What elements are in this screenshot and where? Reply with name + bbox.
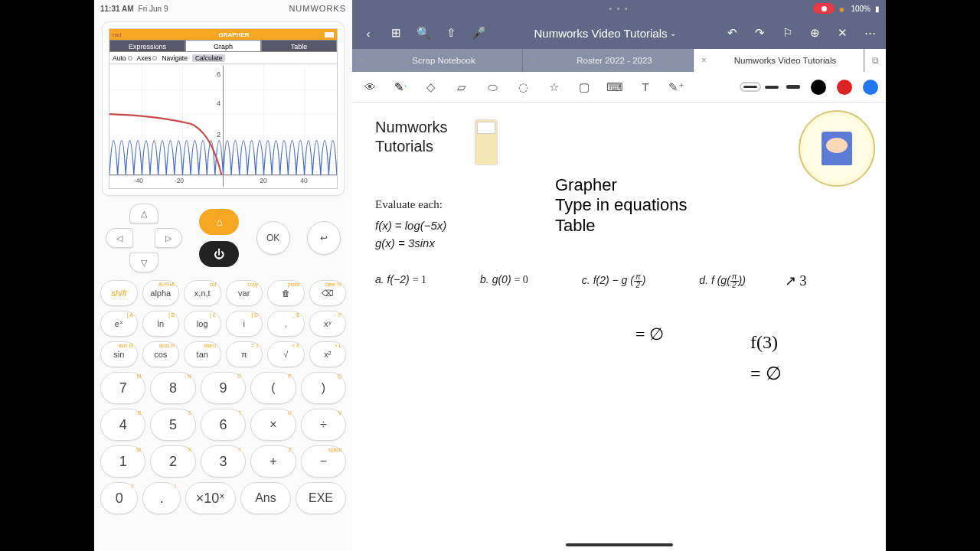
key-ln[interactable]: ] Bln — [142, 311, 180, 337]
key-π[interactable]: = Jπ — [226, 341, 263, 367]
key-shift[interactable]: shift — [100, 280, 138, 306]
thickness-3[interactable] — [786, 85, 800, 89]
color-black[interactable] — [811, 80, 826, 95]
dpad-right[interactable]: ▷ — [155, 228, 182, 248]
key-x,n,t[interactable]: cutx,n,t — [184, 280, 221, 306]
close-icon[interactable]: ✕ — [834, 24, 851, 41]
eraser-icon[interactable]: ◇ — [421, 77, 441, 97]
key-÷[interactable]: V÷ — [301, 409, 346, 441]
key-3[interactable]: Y3 — [201, 445, 246, 478]
key-sin[interactable]: asin Gsin — [100, 341, 138, 367]
drawing-tools: 👁 ✎* ◇ ▱ ⬭ ◌ ☆ ▢ ⌨ T ✎⁺ — [352, 72, 886, 103]
dpad-left[interactable]: ◁ — [106, 228, 133, 248]
redo-icon[interactable]: ↷ — [751, 24, 768, 41]
calculate-mode[interactable]: Calculate — [192, 54, 225, 62]
thickness-2[interactable] — [765, 86, 779, 89]
mic-icon[interactable]: 🎤 — [470, 24, 487, 41]
key-⌫[interactable]: clear %⌫ — [309, 280, 347, 306]
key-5[interactable]: S5 — [150, 409, 195, 441]
wifi-icon — [839, 5, 846, 13]
svg-text:4: 4 — [217, 99, 221, 107]
key-8[interactable]: N8 — [150, 372, 195, 404]
key-9[interactable]: O9 — [201, 372, 246, 404]
key-6[interactable]: T6 — [201, 409, 246, 441]
key-,[interactable]: _ E, — [267, 311, 305, 337]
add-page-icon[interactable]: ⊕ — [806, 24, 823, 41]
key-0[interactable]: ?0 — [100, 482, 138, 514]
back-button[interactable]: ↩ — [307, 221, 341, 255]
graph-plot: 6 4 2 -40 -20 20 40 — [109, 64, 337, 188]
shape-star-icon[interactable]: ☆ — [544, 77, 564, 97]
time: 11:31 AM — [100, 5, 134, 13]
key-x²[interactable]: > Lx² — [309, 341, 347, 367]
key-.[interactable]: !. — [142, 482, 180, 514]
dpad-up[interactable]: △ — [129, 204, 158, 223]
key-i[interactable]: } Di — [226, 311, 263, 337]
home-button[interactable]: ⌂ — [199, 209, 239, 235]
color-red[interactable] — [837, 80, 852, 95]
navigate-mode[interactable]: Navigate — [162, 54, 188, 62]
auto-toggle[interactable]: Auto — [113, 54, 132, 62]
key-2[interactable]: X2 — [150, 445, 195, 478]
document-tabs: ×Scrap Notebook ×Roster 2022 - 2023 ×Num… — [352, 49, 886, 72]
grid-icon[interactable]: ⊞ — [387, 24, 404, 41]
note-canvas[interactable]: Numworks Tutorials Grapher Type in equat… — [352, 103, 886, 551]
tab-roster[interactable]: ×Roster 2022 - 2023 — [523, 49, 694, 72]
share-icon[interactable]: ⇧ — [443, 24, 459, 41]
svg-text:-20: -20 — [175, 177, 185, 184]
svg-text:-40: -40 — [134, 177, 144, 184]
shape-dashed-icon[interactable]: ◌ — [513, 77, 533, 97]
color-blue[interactable] — [863, 80, 878, 95]
home-indicator[interactable] — [566, 543, 673, 546]
lasso-icon[interactable]: ⬭ — [482, 77, 502, 97]
search-icon[interactable]: 🔍 — [415, 24, 432, 41]
key-var[interactable]: copyvar — [226, 280, 263, 306]
key-×10ˣ[interactable]: ×10ˣ — [185, 482, 236, 514]
key-eˣ[interactable]: [ Aeˣ — [100, 311, 138, 337]
pen-icon[interactable]: ✎* — [390, 77, 410, 97]
document-title[interactable]: Numworks Video Tutorials⌄ — [498, 27, 713, 40]
tab-table[interactable]: Table — [261, 40, 337, 52]
key-−[interactable]: space− — [301, 445, 346, 478]
key-log[interactable]: { Clog — [184, 311, 221, 337]
keyboard-icon[interactable]: ⌨ — [605, 77, 625, 97]
key-√[interactable]: < K√ — [267, 341, 305, 367]
tab-graph[interactable]: Graph — [185, 40, 261, 52]
hand-answer-d: = ∅ — [750, 363, 782, 384]
key-alpha[interactable]: ALPHAalpha — [142, 280, 180, 306]
key-cos[interactable]: acos Hcos — [142, 341, 180, 367]
key-7[interactable]: M7 — [100, 372, 145, 404]
back-icon[interactable]: ‹ — [360, 24, 377, 41]
bookmark-icon[interactable]: ⚐ — [779, 24, 795, 41]
thickness-1[interactable] — [743, 86, 757, 88]
tab-expressions[interactable]: Expressions — [109, 40, 185, 52]
new-tab-icon[interactable]: ⧉ — [864, 49, 886, 72]
text-box-icon[interactable]: T — [635, 77, 655, 97]
key-×[interactable]: U× — [250, 409, 296, 441]
power-button[interactable]: ⏻ — [199, 241, 239, 267]
more-icon[interactable]: ⋯ — [861, 24, 878, 41]
battery-percent: 100% — [851, 5, 871, 13]
key-xʸ[interactable]: → Fxʸ — [309, 311, 347, 337]
link-icon[interactable]: ✎⁺ — [666, 77, 686, 97]
key-🗑[interactable]: paste🗑 — [267, 280, 305, 306]
dpad-down[interactable]: ▽ — [129, 253, 158, 272]
image-icon[interactable]: ▢ — [574, 77, 594, 97]
key-tan[interactable]: atan Itan — [184, 341, 221, 367]
readonly-icon[interactable]: 👁 — [360, 77, 380, 97]
key-+[interactable]: Z+ — [250, 445, 296, 478]
battery-icon: ▮ — [875, 5, 880, 13]
key-1[interactable]: W1 — [100, 445, 145, 478]
undo-icon[interactable]: ↶ — [724, 24, 740, 41]
tab-scrap[interactable]: ×Scrap Notebook — [352, 49, 523, 72]
highlighter-icon[interactable]: ▱ — [452, 77, 472, 97]
ok-button[interactable]: OK — [256, 221, 290, 255]
key-)[interactable]: Q) — [301, 372, 346, 404]
axes-toggle[interactable]: Axes — [137, 54, 158, 62]
key-Ans[interactable]: Ans — [240, 482, 291, 514]
tab-tutorials[interactable]: ×Numworks Video Tutorials — [694, 49, 864, 72]
key-([interactable]: P( — [250, 372, 296, 404]
key-4[interactable]: R4 — [100, 409, 145, 441]
cartoon-logo — [799, 110, 875, 187]
key-EXE[interactable]: EXE — [296, 482, 346, 514]
